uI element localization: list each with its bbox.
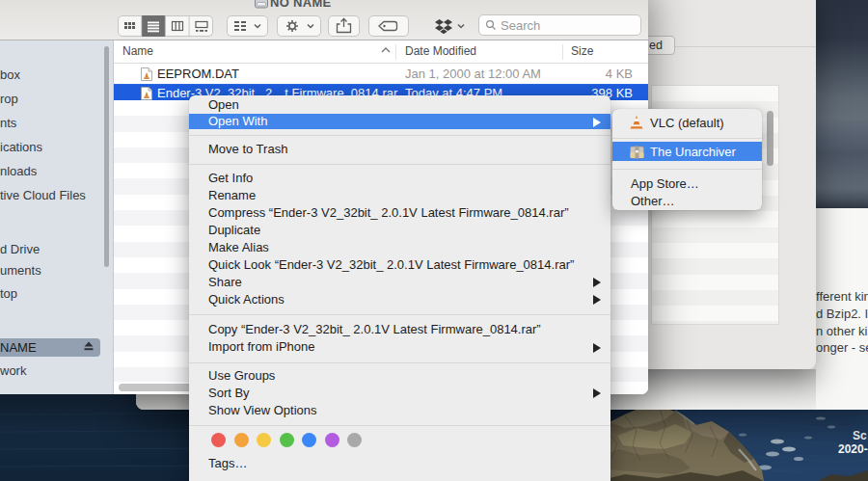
svg-text:2020-: 2020- [838, 442, 868, 456]
svg-text:Sc: Sc [853, 429, 867, 442]
